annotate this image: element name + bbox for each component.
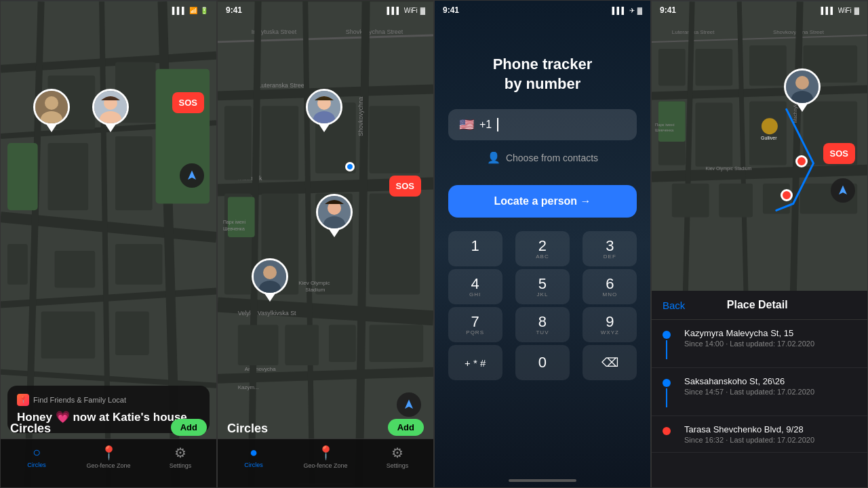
svg-rect-16 <box>41 311 96 359</box>
svg-rect-44 <box>370 106 420 173</box>
place-item-3: Tarasa Shevchenko Blvd, 9/28 Since 16:32… <box>652 416 867 453</box>
screen-4: Luteranska Street Shovkovychna Street Ma… <box>651 0 868 488</box>
dial-key-3[interactable]: 3 DEF <box>583 231 637 266</box>
dial-key-9[interactable]: 9 WXYZ <box>583 307 637 342</box>
svg-text:Shovkovychna Street: Shovkovychna Street <box>346 28 403 35</box>
avatar-pin-male[interactable] <box>33 89 70 132</box>
direction-button-4[interactable] <box>831 178 855 203</box>
circles-tab-label-2: Circles <box>244 462 263 468</box>
place-address-3: Tarasa Shevchenko Blvd, 9/28 <box>684 424 814 434</box>
pin-tail-2c <box>264 293 275 302</box>
avatar-man-2 <box>252 258 288 295</box>
pin-tail-2b <box>329 229 340 237</box>
avatar-pin-man-2[interactable] <box>252 258 288 302</box>
place-item-1: Kazymyra Malevycha St, 15 Since 14:00 · … <box>652 320 867 368</box>
svg-rect-17 <box>115 311 149 355</box>
circles-tab-label-1: Circles <box>27 462 46 468</box>
svg-text:Kazym...: Kazym... <box>238 384 259 390</box>
tab-settings-1[interactable]: ⚙ Settings <box>144 445 216 469</box>
avatar-pin-woman3[interactable] <box>316 194 353 237</box>
svg-text:Shovkovychna: Shovkovychna <box>357 97 364 136</box>
detail-title: Place Detail <box>685 299 829 311</box>
screen-2: Instytuska Street Shovkovychna Street Lu… <box>217 0 434 488</box>
status-icons-1: ▌▌▌ 📶 🔋 <box>172 7 208 14</box>
bottom-bar-1: ○ Circles 📍 Geo-fence Zone ⚙ Settings <box>1 439 216 487</box>
settings-tab-label-1: Settings <box>170 462 192 469</box>
svg-rect-90 <box>719 184 753 218</box>
contacts-row[interactable]: 👤 Choose from contacts <box>435 151 650 164</box>
dial-key-1[interactable]: 1 <box>448 231 502 266</box>
wifi-icon-3: ✈ <box>629 7 635 14</box>
avatar-pin-woman-2[interactable] <box>306 89 342 132</box>
battery-icon-2: ▓ <box>420 7 425 14</box>
svg-point-69 <box>263 266 277 279</box>
geofence-icon-1: 📍 <box>100 445 117 461</box>
direction-button-1[interactable] <box>180 163 204 188</box>
svg-rect-82 <box>749 45 787 86</box>
country-code: +1 <box>479 119 492 131</box>
dial-key-0[interactable]: 0 <box>515 345 570 380</box>
home-indicator-3 <box>509 479 576 482</box>
svg-text:Шевченка: Шевченка <box>223 226 245 231</box>
dial-key-backspace[interactable]: ⌫ <box>583 345 637 380</box>
circles-icon-1: ○ <box>33 445 41 460</box>
avatar-pin-man-4[interactable] <box>784 68 821 112</box>
dial-key-5[interactable]: 5 JKL <box>515 269 570 304</box>
dialpad-row-3: 7 PQRS 8 TUV 9 WXYZ <box>441 307 644 342</box>
dial-key-7[interactable]: 7 PQRS <box>448 307 502 342</box>
battery-icon-3: ▓ <box>637 7 642 14</box>
svg-rect-81 <box>696 49 733 86</box>
svg-text:Kiev Olympic Stadium: Kiev Olympic Stadium <box>706 166 752 171</box>
svg-text:Velyka Vasylkivska St: Velyka Vasylkivska St <box>238 310 296 317</box>
blue-dot-2 <box>345 162 355 171</box>
svg-rect-14 <box>55 251 96 288</box>
geofence-tab-label-2: Geo-fence Zone <box>303 462 347 469</box>
svg-rect-84 <box>696 102 733 166</box>
dial-key-4[interactable]: 4 GHI <box>448 269 502 304</box>
sos-button-2[interactable]: SOS <box>389 176 421 197</box>
signal-icon-4: ▌▌▌ <box>821 7 835 14</box>
add-button-2[interactable]: Add <box>388 419 424 436</box>
tab-settings-2[interactable]: ⚙ Settings <box>361 445 433 469</box>
status-icons-3: ▌▌▌ ✈ ▓ <box>612 7 642 14</box>
svg-text:Luteranska Street: Luteranska Street <box>258 82 307 89</box>
dial-key-2[interactable]: 2 ABC <box>515 231 570 266</box>
map-area-4: Luteranska Street Shovkovychna Street Ma… <box>652 1 867 299</box>
svg-rect-87 <box>658 49 686 86</box>
status-time-4: 9:41 <box>660 5 676 15</box>
tab-geofence-1[interactable]: 📍 Geo-fence Zone <box>73 445 144 469</box>
locate-button[interactable]: Locate a person → <box>448 185 637 218</box>
back-button[interactable]: Back <box>663 300 685 311</box>
svg-text:Stadium: Stadium <box>305 287 326 293</box>
add-button-1[interactable]: Add <box>171 419 207 436</box>
dial-key-6[interactable]: 6 MNO <box>583 269 637 304</box>
place-item-2: Saksahanskoho St, 26\26 Since 14:57 · La… <box>652 368 867 416</box>
svg-rect-51 <box>285 325 319 365</box>
sos-button-4[interactable]: SOS <box>823 143 855 164</box>
direction-button-2[interactable] <box>397 392 421 417</box>
wifi-icon-2: WiFi <box>404 7 418 14</box>
avatar-man-4 <box>784 68 821 105</box>
signal-icon-2: ▌▌▌ <box>387 7 401 14</box>
red-pin-1 <box>795 155 808 167</box>
signal-icon-3: ▌▌▌ <box>612 7 626 14</box>
avatar-pin-female[interactable] <box>92 89 129 132</box>
svg-rect-12 <box>115 136 153 210</box>
phone-input-row[interactable]: 🇺🇸 +1 <box>448 109 637 140</box>
bottom-bar-2: ● Circles 📍 Geo-fence Zone ⚙ Settings <box>218 439 433 487</box>
circles-icon-2: ● <box>250 445 258 460</box>
svg-point-21 <box>45 96 58 110</box>
svg-rect-11 <box>48 143 89 210</box>
svg-text:Парк імені: Парк імені <box>223 220 246 225</box>
avatar-woman-2 <box>306 89 342 125</box>
tab-circles-2[interactable]: ● Circles <box>218 445 290 468</box>
app-name: Find Friends & Family Locat <box>33 396 126 404</box>
tab-circles-1[interactable]: ○ Circles <box>1 445 73 468</box>
dialpad: 1 2 ABC 3 DEF 4 GHI 5 JKL 6 MN <box>435 231 650 383</box>
dial-key-star[interactable]: + * # <box>448 345 502 380</box>
dial-key-8[interactable]: 8 TUV <box>515 307 570 342</box>
tab-geofence-2[interactable]: 📍 Geo-fence Zone <box>290 445 361 469</box>
svg-rect-15 <box>115 244 163 285</box>
sos-button-1[interactable]: SOS <box>172 92 204 113</box>
svg-rect-48 <box>224 106 252 180</box>
